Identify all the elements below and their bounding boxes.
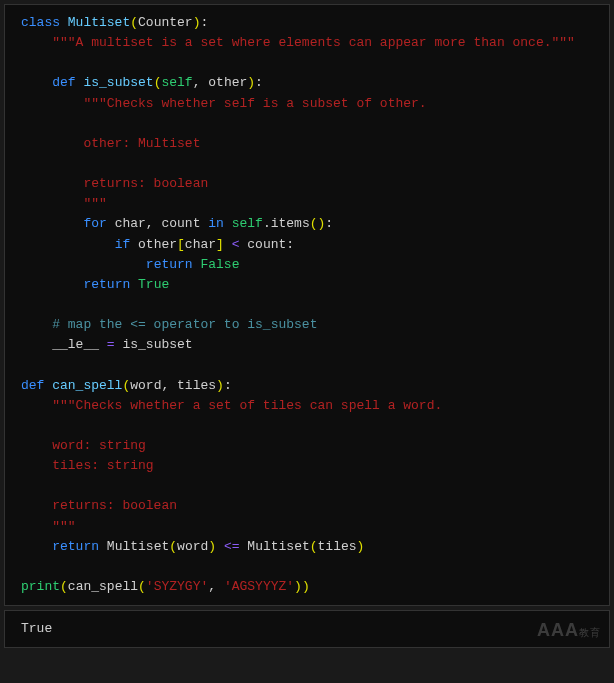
indent (21, 257, 146, 272)
string-literal: 'AGSYYYZ' (224, 579, 294, 594)
method: items (271, 216, 310, 231)
paren: ) (247, 75, 255, 90)
output-cell: True AAA教育 (4, 610, 610, 648)
docstring: """Checks whether self is a subset of ot… (21, 96, 427, 111)
dot: . (263, 216, 271, 231)
docstring: returns: boolean (21, 498, 177, 513)
arg: word (130, 378, 161, 393)
keyword-return: return (83, 277, 130, 292)
colon: : (224, 378, 232, 393)
paren: ) (357, 539, 365, 554)
line: return False (21, 257, 239, 272)
self: self (224, 216, 263, 231)
line: def can_spell(word, tiles): (21, 378, 232, 393)
watermark: AAA教育 (537, 617, 601, 645)
const-true: True (130, 277, 169, 292)
arg: other (208, 75, 247, 90)
paren: ) (216, 378, 224, 393)
line: return Multiset(word) <= Multiset(tiles) (21, 539, 364, 554)
func-name: is_subset (76, 75, 154, 90)
docstring: """ (21, 196, 107, 211)
dunder: __le__ (52, 337, 99, 352)
keyword-return: return (52, 539, 99, 554)
keyword-if: if (115, 237, 131, 252)
line: __le__ = is_subset (21, 337, 193, 352)
colon: : (325, 216, 333, 231)
paren: ( (138, 579, 146, 594)
indent (21, 75, 52, 90)
expr: other (130, 237, 177, 252)
arg: tiles (318, 539, 357, 554)
arg: word (177, 539, 208, 554)
op-assign: = (99, 337, 122, 352)
const-false: False (193, 257, 240, 272)
op-lt: < (224, 237, 247, 252)
output-text: True (21, 621, 52, 636)
colon: : (286, 237, 294, 252)
var: count (247, 237, 286, 252)
comma: , (208, 579, 224, 594)
watermark-sub: 教育 (579, 627, 601, 638)
keyword-def: def (21, 378, 44, 393)
watermark-main: AAA (537, 620, 579, 640)
base-class: Counter (138, 15, 193, 30)
indent (21, 277, 83, 292)
line: return True (21, 277, 169, 292)
val: is_subset (122, 337, 192, 352)
colon: : (200, 15, 208, 30)
indent (21, 337, 52, 352)
indent (21, 216, 83, 231)
docstring: word: string (21, 438, 146, 453)
paren: ) (208, 539, 216, 554)
comma: , (193, 75, 209, 90)
class-name: Multiset (60, 15, 130, 30)
func-name: can_spell (44, 378, 122, 393)
line: class Multiset(Counter): (21, 15, 208, 30)
indent (21, 237, 115, 252)
bracket: ] (216, 237, 224, 252)
paren: ( (130, 15, 138, 30)
code-cell: class Multiset(Counter): """A multiset i… (4, 4, 610, 606)
keyword-in: in (208, 216, 224, 231)
line: print(can_spell('SYZYGY', 'AGSYYYZ')) (21, 579, 310, 594)
keyword-for: for (83, 216, 106, 231)
keyword-def: def (52, 75, 75, 90)
line: if other[char] < count: (21, 237, 294, 252)
docstring: other: Multiset (21, 136, 200, 151)
self: self (161, 75, 192, 90)
op-le: <= (216, 539, 247, 554)
var: char (185, 237, 216, 252)
comma: , (161, 378, 177, 393)
paren: ( (60, 579, 68, 594)
docstring: """ (21, 519, 76, 534)
line: def is_subset(self, other): (21, 75, 263, 90)
space (99, 539, 107, 554)
docstring: tiles: string (21, 458, 154, 473)
docstring: """Checks whether a set of tiles can spe… (21, 398, 442, 413)
paren: ) (302, 579, 310, 594)
comment: # map the <= operator to is_subset (21, 317, 317, 332)
docstring: returns: boolean (21, 176, 208, 191)
keyword-class: class (21, 15, 60, 30)
paren: ) (294, 579, 302, 594)
indent (21, 539, 52, 554)
call: Multiset (247, 539, 309, 554)
paren: ( (169, 539, 177, 554)
string-literal: 'SYZYGY' (146, 579, 208, 594)
colon: : (255, 75, 263, 90)
builtin-print: print (21, 579, 60, 594)
vars: char, count (107, 216, 208, 231)
paren: ( (310, 539, 318, 554)
arg: tiles (177, 378, 216, 393)
bracket: [ (177, 237, 185, 252)
docstring: """A multiset is a set where elements ca… (21, 35, 575, 50)
call: Multiset (107, 539, 169, 554)
call: can_spell (68, 579, 138, 594)
keyword-return: return (146, 257, 193, 272)
line: for char, count in self.items(): (21, 216, 333, 231)
paren: () (310, 216, 326, 231)
